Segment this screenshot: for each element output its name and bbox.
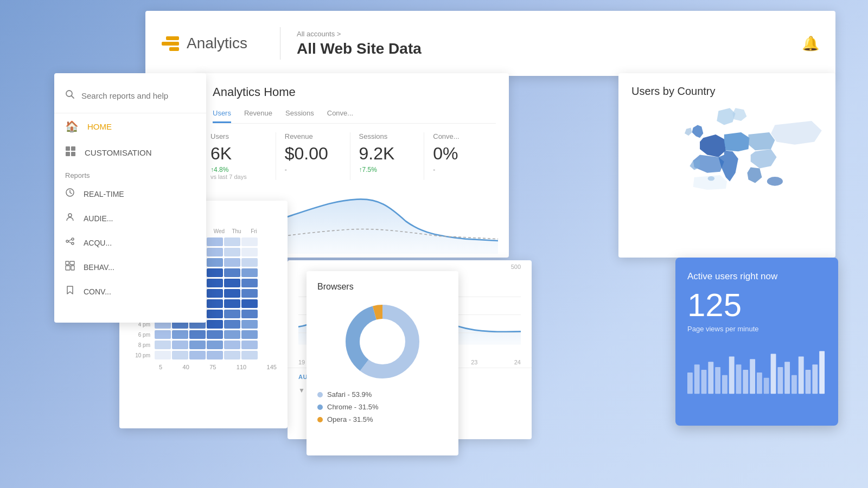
heatmap-cell [207, 320, 223, 329]
sidebar-item-behaviour[interactable]: BEHAV... [54, 255, 206, 279]
realtime-label: REAL-TIME [84, 190, 124, 198]
heatmap-cell [224, 310, 240, 318]
heatmap-cell [241, 237, 258, 246]
sidebar-item-conversions[interactable]: CONV... [54, 279, 206, 304]
heatmap-cell [224, 237, 240, 246]
heatmap-cell [155, 341, 171, 349]
home-icon: 🏠 [65, 120, 79, 133]
heatmap-cell [207, 330, 223, 339]
x-label-75: 75 [209, 364, 216, 370]
heatmap-cell [224, 268, 240, 277]
x-label-5: 5 [159, 364, 162, 370]
heatmap-cell [207, 341, 223, 349]
active-users-panel: Active users right now 125 Page views pe… [675, 258, 838, 426]
heatmap-cell [207, 268, 223, 277]
conversions-icon [65, 285, 75, 298]
metric-conversions: Conve... 0% - [424, 132, 498, 180]
x-label-40: 40 [183, 364, 189, 370]
metric-users-label: Users [210, 132, 267, 140]
metric-users-sublabel: vs last 7 days [210, 174, 267, 180]
sidebar-item-acquisition[interactable]: ACQU... [54, 230, 206, 255]
heatmap-cell [155, 330, 171, 339]
heatmap-cell [189, 351, 206, 359]
heatmap-cell [241, 310, 258, 318]
tab-revenue[interactable]: Revenue [244, 105, 272, 123]
svg-rect-30 [708, 362, 713, 394]
svg-rect-13 [66, 261, 69, 265]
sidebar-item-customisation[interactable]: CUSTOMISATION [54, 139, 206, 166]
metric-conversions-value: 0% [433, 144, 489, 164]
svg-rect-43 [799, 356, 804, 394]
audience-icon [65, 212, 75, 224]
app-title: Analytics [187, 35, 247, 52]
country-panel: Users by Country [618, 73, 835, 258]
tab-sessions[interactable]: Sessions [285, 105, 314, 123]
analytics-home-header: Analytics Home Users Revenue Sessions Co… [200, 73, 509, 124]
x-label-145: 145 [267, 364, 277, 370]
svg-rect-41 [784, 362, 790, 394]
svg-rect-5 [71, 152, 75, 156]
heatmap-cell [207, 351, 223, 359]
heatmap-cell [189, 330, 206, 339]
metric-users-value: 6K [210, 144, 267, 164]
active-users-title: Active users right now [687, 271, 826, 282]
logo-bar-1 [166, 36, 179, 40]
heatmap-cell [207, 299, 223, 308]
country-title: Users by Country [618, 73, 835, 105]
svg-rect-29 [701, 370, 707, 394]
metric-revenue-change: - [285, 166, 341, 174]
heatmap-cell [224, 330, 240, 339]
sidebar-item-audience[interactable]: AUDIE... [54, 206, 206, 230]
audience-y-label: 500 [288, 260, 532, 270]
search-input[interactable] [81, 91, 195, 100]
svg-rect-32 [722, 375, 727, 394]
svg-rect-4 [66, 152, 70, 156]
heatmap-cell [241, 299, 258, 308]
svg-rect-33 [729, 356, 735, 394]
heatmap-cell [241, 248, 258, 256]
dropdown-icon: ▼ [298, 387, 305, 394]
sidebar-search-area [54, 84, 206, 113]
notification-bell[interactable]: 🔔 [802, 35, 819, 52]
tab-users[interactable]: Users [213, 105, 231, 123]
heatmap-cell [241, 258, 258, 267]
heatmap-cell [207, 248, 223, 256]
heatmap-cell [224, 289, 240, 298]
svg-rect-31 [715, 367, 720, 394]
sidebar-item-realtime[interactable]: REAL-TIME [54, 182, 206, 206]
svg-rect-2 [66, 146, 70, 151]
heatmap-cell [241, 320, 258, 329]
x-label-23: 23 [471, 359, 477, 365]
svg-rect-42 [792, 375, 797, 394]
svg-line-12 [68, 242, 72, 243]
heatmap-cell [224, 279, 240, 287]
time-label: 8 pm [130, 342, 155, 348]
heatmap-cell [241, 330, 258, 339]
metric-revenue-value: $0.00 [285, 144, 341, 164]
svg-rect-40 [777, 367, 783, 394]
behaviour-icon [65, 261, 75, 273]
heatmap-cell [241, 289, 258, 298]
heatmap-cell [207, 289, 223, 298]
day-label-thu: Thu [228, 228, 245, 234]
x-label-110: 110 [237, 364, 246, 370]
svg-rect-44 [806, 370, 811, 394]
heatmap-row: 8 pm [130, 341, 277, 349]
x-label-24: 24 [514, 359, 521, 365]
svg-rect-15 [66, 266, 70, 270]
svg-line-1 [72, 96, 74, 99]
legend-safari: Safari - 53.9% [317, 390, 448, 399]
audience-label: AUDIE... [84, 214, 113, 223]
acquisition-icon [65, 236, 75, 249]
day-label-wed: Wed [211, 228, 227, 234]
tab-conversions[interactable]: Conve... [327, 105, 353, 123]
metric-sessions: Sessions 9.2K ↑7.5% [350, 132, 425, 180]
svg-rect-45 [812, 364, 818, 394]
customisation-icon [65, 146, 76, 159]
svg-rect-3 [71, 146, 75, 151]
svg-rect-16 [71, 266, 74, 270]
breadcrumb[interactable]: All accounts > [297, 30, 802, 38]
metric-revenue-label: Revenue [285, 132, 341, 140]
sidebar-item-home[interactable]: 🏠 HOME [54, 113, 206, 139]
opera-dot [317, 417, 323, 422]
